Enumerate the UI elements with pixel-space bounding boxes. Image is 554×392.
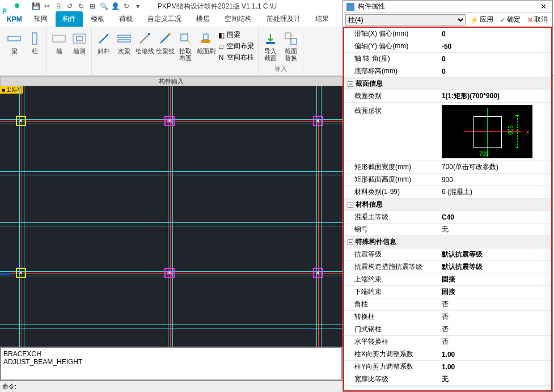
collapse-icon[interactable]: − xyxy=(348,202,353,208)
cancel-button[interactable]: ✕取消 xyxy=(525,15,550,24)
save-icon[interactable]: 💾 xyxy=(32,2,40,10)
column-marker[interactable] xyxy=(16,116,26,126)
apply-button[interactable]: ⚡应用 xyxy=(468,15,496,24)
table-row[interactable]: 截面形状700900x xyxy=(344,103,551,161)
column-button[interactable]: 柱 xyxy=(25,31,44,54)
draw-beam-line-button[interactable]: 绘梁线 xyxy=(155,31,175,54)
table-row[interactable]: 矩形截面高度(mm)900 xyxy=(344,174,551,186)
svg-rect-15 xyxy=(204,34,208,40)
tab-custom[interactable]: 自定义工况 xyxy=(141,11,188,27)
ok-button[interactable]: ✓确定 xyxy=(498,15,523,24)
section-brush-button[interactable]: 截面刷 xyxy=(196,31,215,54)
table-row[interactable]: 转换柱否 xyxy=(344,311,551,323)
properties-table: 沿轴(X) 偏心(mm)0 偏轴(Y) 偏心(mm)-50 轴 转 角(度)0 … xyxy=(344,28,551,386)
surround-beam-button[interactable]: ◧围梁 xyxy=(215,29,256,40)
copy-icon[interactable]: ⎘ xyxy=(54,2,62,10)
collapse-icon[interactable]: − xyxy=(348,81,353,87)
draw-wall-line-button[interactable]: 绘墙线 xyxy=(135,31,154,54)
column-marker[interactable] xyxy=(164,268,175,278)
table-row[interactable]: 宽厚比等级无 xyxy=(344,373,551,386)
table-row[interactable]: 材料类别(1-99)6 (混凝土) xyxy=(344,186,551,199)
wall-button[interactable]: 墙 xyxy=(49,31,69,54)
table-row[interactable]: 钢号无 xyxy=(344,224,551,236)
table-row[interactable]: 抗震等级默认抗震等级 xyxy=(344,248,551,261)
svg-point-12 xyxy=(168,33,171,35)
svg-rect-10 xyxy=(118,40,130,42)
tab-space[interactable]: 空间结构 xyxy=(218,11,259,27)
tab-slab[interactable]: 楼板 xyxy=(84,11,111,27)
collapse-icon[interactable]: − xyxy=(348,239,353,245)
tab-load[interactable]: 荷载 xyxy=(112,11,139,27)
refresh-icon[interactable]: ↻ xyxy=(122,2,130,10)
table-row[interactable]: 截面类别1(1:矩形)(700*900) xyxy=(344,90,551,103)
close-icon[interactable]: ✕ xyxy=(538,2,549,11)
svg-rect-16 xyxy=(266,42,275,44)
section-header[interactable]: −材料信息 xyxy=(344,199,551,211)
table-row[interactable]: 底部标高(mm)0 xyxy=(344,65,551,78)
lightning-icon: ⚡ xyxy=(470,16,479,24)
drawing-canvas[interactable]: ■ 1:X-Y xyxy=(0,86,342,347)
user-icon[interactable]: 👤 xyxy=(111,2,119,10)
svg-point-2 xyxy=(15,3,19,8)
properties-panel: 构件属性 ✕ 柱(4) ⚡应用 ✓确定 ✕取消 沿轴(X) 偏心(mm)0 偏轴… xyxy=(342,0,553,392)
column-marker[interactable] xyxy=(164,116,175,126)
command-prompt[interactable]: 命令: xyxy=(0,381,342,392)
svg-point-11 xyxy=(148,33,150,35)
tab-story[interactable]: 楼层 xyxy=(189,11,217,27)
grid-icon[interactable]: ⊞ xyxy=(88,2,96,10)
space-column-icon: N xyxy=(217,54,225,62)
table-row[interactable]: 混凝土等级C40 xyxy=(344,211,551,224)
dropdown-icon[interactable]: ▾ xyxy=(134,2,142,10)
app-title: PKPM结构设计软件2021版 V1.1.1 C:\U xyxy=(158,2,277,11)
table-row[interactable]: 矩形截面宽度(mm)700(单击可改参数) xyxy=(344,161,551,174)
wall-opening-button[interactable]: 墙洞 xyxy=(70,31,89,54)
tab-axis[interactable]: 轴网 xyxy=(27,11,54,27)
check-icon: ✓ xyxy=(500,16,506,24)
pick-place-button[interactable]: 拾取 布置 xyxy=(176,31,195,61)
column-marker[interactable] xyxy=(313,268,323,278)
import-group-label: 导入 xyxy=(274,64,287,74)
section-header[interactable]: −截面信息 xyxy=(344,78,551,90)
table-row[interactable]: 上端约束固接 xyxy=(344,273,551,286)
tab-member[interactable]: 构件 xyxy=(56,11,83,27)
undo-icon[interactable]: ↺ xyxy=(66,2,74,10)
section-header[interactable]: −特殊构件信息 xyxy=(344,236,551,248)
table-row[interactable]: 水平转换柱否 xyxy=(344,336,551,348)
section-replace-button[interactable]: 截面 替换 xyxy=(281,31,301,61)
table-row[interactable]: 沿轴(X) 偏心(mm)0 xyxy=(344,28,551,40)
space-beam-button[interactable]: □空间布梁 xyxy=(215,41,256,52)
tab-preprocess[interactable]: 前处理及计 xyxy=(260,11,307,27)
panel-title: 构件属性 xyxy=(358,2,535,11)
space-column-button[interactable]: N空间布柱 xyxy=(215,52,256,63)
beam-button[interactable]: 梁 xyxy=(5,31,24,54)
table-row[interactable]: 门式钢柱否 xyxy=(344,323,551,336)
table-row[interactable]: 柱X向剪力调整系数1.00 xyxy=(344,348,551,361)
table-row[interactable]: 角柱否 xyxy=(344,298,551,311)
column-marker[interactable] xyxy=(16,268,26,278)
table-row[interactable]: 下端约束固接 xyxy=(344,286,551,298)
command-output: BRACEXCH ADJUST_BEAM_HEIGHT xyxy=(0,347,342,381)
cut-icon[interactable]: ✂ xyxy=(43,2,51,10)
svg-rect-4 xyxy=(32,33,37,44)
svg-rect-3 xyxy=(8,36,20,41)
table-row[interactable]: 抗震构造措施抗震等级默认抗震等级 xyxy=(344,261,551,273)
column-marker[interactable] xyxy=(313,116,323,126)
svg-rect-6 xyxy=(73,34,86,43)
space-beam-icon: □ xyxy=(217,43,225,50)
member-selector[interactable]: 柱(4) xyxy=(345,14,466,26)
redo-icon[interactable]: ↻ xyxy=(77,2,85,10)
svg-text:KPM: KPM xyxy=(7,15,22,23)
brace-button[interactable]: 斜杆 xyxy=(94,31,113,54)
tab-result[interactable]: 结果 xyxy=(308,11,336,27)
import-section-button[interactable]: 导入 截面 xyxy=(261,31,280,61)
zoom-icon[interactable]: 🔍 xyxy=(100,2,108,10)
svg-rect-5 xyxy=(53,35,65,42)
cross-icon: ✕ xyxy=(527,16,533,24)
table-row[interactable]: 偏轴(Y) 偏心(mm)-50 xyxy=(344,40,551,53)
panel-icon xyxy=(346,3,354,11)
secondary-beam-button[interactable]: 次梁 xyxy=(115,31,134,54)
table-row[interactable]: 轴 转 角(度)0 xyxy=(344,53,551,65)
app-logo: PKPM xyxy=(1,1,24,24)
table-row[interactable]: 柱Y向剪力调整系数1.00 xyxy=(344,361,551,373)
svg-rect-14 xyxy=(201,40,210,43)
